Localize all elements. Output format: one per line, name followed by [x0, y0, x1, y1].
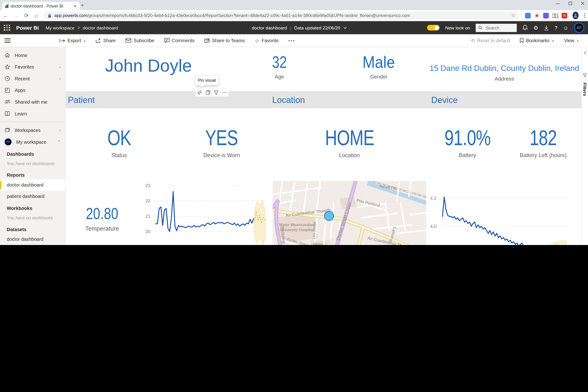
extension-purple-icon[interactable]: [543, 13, 549, 18]
share-to-teams-button[interactable]: T Share to Teams: [204, 38, 245, 43]
gender-label: Gender: [345, 74, 413, 80]
svg-text:T: T: [206, 39, 207, 42]
address-bar[interactable]: app.powerbi.com/groups/me/reports/fc466c…: [44, 12, 519, 20]
divider: [0, 122, 65, 122]
extension-camera-icon[interactable]: [552, 13, 558, 18]
divider: |: [290, 25, 291, 30]
nav-hamburger-icon[interactable]: [4, 38, 10, 42]
chevron-right-icon: ›: [59, 65, 60, 69]
notifications-bell-icon[interactable]: [522, 25, 528, 30]
chevron-right-icon: ›: [59, 128, 60, 132]
breadcrumb-workspace[interactable]: My workspace: [46, 25, 74, 30]
settings-gear-icon[interactable]: ⚙: [534, 25, 538, 31]
subscribe-button[interactable]: Subscribe: [126, 38, 154, 43]
dataset-item-doctor-dashboard[interactable]: doctor dashboard: [0, 234, 65, 245]
waffle-menu-icon[interactable]: [4, 25, 10, 30]
section-reports: Reports: [0, 169, 65, 180]
chevron-down-icon[interactable]: [343, 26, 346, 29]
sidebar-item-apps[interactable]: Apps: [0, 84, 65, 96]
filters-funnel-icon[interactable]: [583, 74, 587, 77]
section-device: Device: [431, 95, 458, 105]
export-button[interactable]: Export∨: [60, 38, 86, 43]
breadcrumb-report[interactable]: doctor dashboard: [83, 25, 118, 30]
home-icon[interactable]: ⌂: [34, 12, 39, 18]
map-street-label: University Hospital: [280, 228, 313, 232]
workspace-avatar: AF: [4, 138, 12, 145]
view-button[interactable]: View∨: [564, 38, 579, 43]
address-value: 15 Dane Rd Dublin, County Dublin, Irelan…: [418, 64, 581, 72]
pin-icon[interactable]: [196, 88, 204, 96]
workbooks-empty-text: You have no workbooks: [0, 212, 65, 223]
window-minimize-icon[interactable]: [556, 2, 560, 6]
sidebar-item-recent[interactable]: Recent›: [0, 73, 65, 84]
gender-value: Male: [362, 54, 395, 70]
back-icon[interactable]: ←: [3, 12, 8, 18]
tab-close-icon[interactable]: ✕: [74, 4, 77, 8]
temperature-line-chart[interactable]: 232221201918:5015:57: [140, 183, 270, 245]
extension-pdf-icon[interactable]: A: [562, 13, 567, 18]
filters-collapsed-pane[interactable]: Filters: [581, 47, 588, 245]
powerbi-app-bar: Power BI My workspace doctor dashboard d…: [0, 21, 588, 34]
forward-icon[interactable]: →: [14, 12, 19, 18]
data-updated: Data updated 22/06/20: [294, 25, 340, 30]
report-title: doctor dashboard: [252, 25, 287, 30]
section-patient: Patient: [68, 95, 95, 105]
patient-age-card: 32 Age: [257, 54, 302, 80]
bing-map-canvas[interactable]: An Cuarbhóthar ThuaidhDorset Street Lowe…: [272, 181, 426, 245]
more-options-icon[interactable]: [220, 88, 228, 96]
url-text: app.powerbi.com/groups/me/reports/fc466c…: [54, 13, 410, 18]
new-look-toggle[interactable]: [427, 25, 440, 30]
feedback-smiley-icon[interactable]: ☺: [563, 25, 568, 31]
new-tab-button[interactable]: +: [80, 2, 84, 8]
extension-record-icon[interactable]: [534, 13, 540, 18]
search-input[interactable]: [485, 25, 512, 30]
filter-icon[interactable]: [212, 88, 220, 96]
download-icon[interactable]: [544, 25, 549, 30]
svg-text:21: 21: [145, 214, 150, 218]
help-icon[interactable]: ?: [554, 25, 557, 31]
screen: doctor dashboard - Power BI ✕ + ← → ⟳ ⌂ …: [0, 0, 588, 245]
sidebar-item-shared[interactable]: Shared with me: [0, 96, 65, 108]
reload-icon[interactable]: ⟳: [24, 12, 29, 18]
share-button[interactable]: Share: [96, 38, 116, 43]
window-close-icon[interactable]: [581, 2, 585, 6]
browser-menu-icon[interactable]: [584, 13, 585, 18]
sidebar-item-home[interactable]: Home: [0, 50, 65, 61]
browser-tab[interactable]: doctor dashboard - Power BI ✕: [2, 2, 80, 10]
section-band: [66, 91, 581, 108]
bookmark-star-icon[interactable]: ☆: [511, 13, 515, 18]
temperature-value: 20.80: [86, 206, 118, 222]
copy-icon[interactable]: [204, 88, 212, 96]
svg-text:22: 22: [145, 198, 150, 203]
battery-line-chart[interactable]: 4.24.03.83.600:0006:0012:00: [428, 185, 578, 245]
favorite-button[interactable]: ☆Favorite: [255, 38, 279, 44]
extension-grid-icon[interactable]: [525, 13, 531, 18]
sidebar-item-my-workspace[interactable]: AF My workspace⌃: [0, 136, 65, 148]
visual-header-toolbar: [196, 88, 228, 96]
bookmarks-button[interactable]: Bookmarks∨: [520, 38, 554, 43]
expand-chevron-icon[interactable]: [583, 51, 586, 55]
map-street-label: Mater: [314, 242, 324, 245]
left-nav: Home Favorites› Recent› Apps Shared with…: [0, 47, 66, 245]
comments-button[interactable]: Comments: [164, 38, 194, 43]
account-avatar[interactable]: AF: [574, 22, 584, 33]
window-maximize-icon[interactable]: [568, 2, 573, 6]
report-item-patient-dashboard[interactable]: patient dashboard: [0, 191, 65, 202]
sidebar-item-learn[interactable]: Learn: [0, 108, 65, 120]
location-map[interactable]: An Cuarbhóthar ThuaidhDorset Street Lowe…: [272, 181, 426, 245]
sidebar-item-favorites[interactable]: Favorites›: [0, 61, 65, 73]
report-item-doctor-dashboard[interactable]: doctor dashboard: [0, 180, 65, 191]
search-box[interactable]: [476, 24, 517, 32]
powerbi-brand[interactable]: Power BI: [16, 25, 39, 31]
lock-icon: [48, 14, 51, 18]
sidebar-item-workspaces[interactable]: Workspaces›: [0, 124, 65, 136]
dashboards-empty-text: You have no dashboards: [0, 158, 65, 169]
section-datasets: Datasets: [0, 223, 65, 234]
search-icon: [478, 26, 483, 30]
browser-profile-avatar[interactable]: [573, 12, 578, 19]
reset-to-default-button[interactable]: ⟲Reset to default: [471, 38, 510, 43]
age-label: Age: [257, 74, 302, 80]
chevron-right-icon: ›: [59, 76, 60, 81]
more-options-icon[interactable]: [288, 40, 294, 41]
kpi-battery: 91.0%Battery: [430, 127, 505, 158]
